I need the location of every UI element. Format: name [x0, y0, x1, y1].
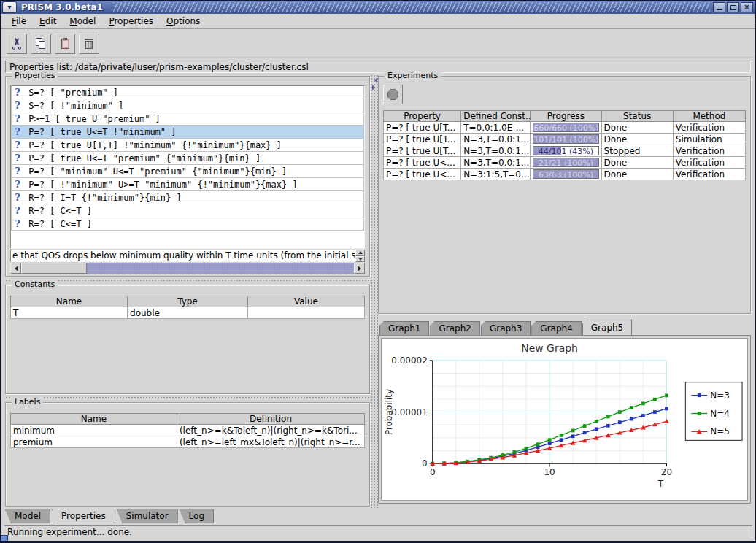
marker-N=4: [665, 394, 668, 398]
table-row[interactable]: premium(left_n>=left_mx&Toleft_n)|(right…: [11, 436, 365, 448]
titlebar-stripes[interactable]: [113, 2, 710, 12]
spinner-down-button[interactable]: [355, 256, 365, 263]
experiment-chart: 0102000.000010.00002New GraphTProbabilit…: [382, 339, 747, 500]
labels-group-title: Labels: [12, 397, 43, 407]
menu-model[interactable]: Model: [63, 14, 102, 28]
property-text: R=? [ C<=T ]: [23, 206, 92, 216]
marker-N=3: [630, 417, 633, 421]
left-splitter-1[interactable]: [5, 279, 370, 282]
experiment-method: Verification: [673, 157, 745, 169]
property-row[interactable]: ? P=? [ true U<=T "premium" {"minimum"}{…: [11, 151, 364, 165]
left-splitter-2[interactable]: [5, 396, 370, 400]
experiment-row[interactable]: P=? [ true U[T...T=0.0:1.0E-...660/660 (…: [384, 122, 746, 134]
experiment-property: P=? [ true U[T...: [384, 145, 461, 157]
marker-N=4: [560, 434, 563, 437]
property-text: P=? [ true U<=T !"minimum" ]: [23, 127, 177, 137]
table-row[interactable]: Tdouble: [11, 307, 365, 319]
experiment-row[interactable]: P=? [ true U[T...N=3,T=0.0:1...101/101 (…: [384, 134, 746, 145]
column-header[interactable]: Progress: [531, 111, 601, 122]
property-row[interactable]: ? S=? [ !"minimum" ]: [11, 99, 364, 112]
close-button[interactable]: ×: [741, 2, 753, 12]
x-tick-label: 10: [544, 467, 555, 477]
question-icon: ?: [12, 113, 23, 124]
menu-properties[interactable]: Properties: [102, 14, 160, 28]
column-header[interactable]: Name: [11, 414, 177, 425]
property-row[interactable]: ? R=? [ C<=T ]: [11, 204, 364, 217]
question-icon: ?: [12, 192, 23, 203]
spinner-up-button[interactable]: [355, 250, 365, 256]
tab-graph2[interactable]: Graph2: [430, 321, 479, 335]
column-header[interactable]: Method: [673, 111, 745, 122]
experiment-progress: 44/101 (43%): [531, 145, 601, 157]
column-header[interactable]: Definition: [177, 414, 364, 425]
window-resize-corner[interactable]: [1, 535, 8, 541]
experiments-table: PropertyDefined Const...ProgressStatusMe…: [383, 110, 746, 180]
scroll-right-button[interactable]: [354, 263, 365, 274]
chevron-down-icon: ▾: [7, 4, 11, 11]
cut-button[interactable]: [7, 34, 27, 54]
experiment-row[interactable]: P=? [ true U<...N=3:1:5,T=0...63/63 (100…: [384, 169, 746, 180]
experiment-method: Simulation: [673, 134, 745, 145]
close-icon: ×: [744, 4, 749, 11]
column-header[interactable]: Name: [11, 296, 128, 307]
property-row[interactable]: ? R=? [ I=T {!"minimum"}{min} ]: [11, 190, 364, 204]
window-menu-button[interactable]: ▾: [2, 1, 17, 13]
marker-N=4: [571, 429, 575, 433]
splitter-collapse-left-icon[interactable]: [371, 77, 377, 83]
experiment-progress: 63/63 (100%): [531, 169, 601, 180]
experiment-defined-constants: N=3,T=0.0:1...: [461, 134, 531, 145]
x-tick-label: 20: [661, 467, 672, 477]
scrollbar-track[interactable]: [87, 263, 354, 274]
delete-icon: [83, 38, 95, 50]
main-vertical-splitter[interactable]: [370, 74, 378, 508]
stop-experiment-button[interactable]: [383, 85, 403, 104]
property-row[interactable]: ? P=? [ true U<=T !"minimum" ]: [11, 125, 364, 139]
delete-button[interactable]: [79, 34, 99, 54]
marker-N=3: [595, 427, 598, 431]
progress-bar: 101/101 (100%): [533, 134, 598, 144]
property-row[interactable]: ? P>=1 [ true U "premium" ]: [11, 112, 364, 126]
menu-options[interactable]: Options: [160, 14, 207, 28]
property-row[interactable]: ? P=? [ true U[T,T] !"minimum" {!"minimu…: [11, 138, 364, 152]
tab-graph1[interactable]: Graph1: [379, 321, 429, 335]
table-cell: minimum: [11, 425, 177, 436]
tab-properties[interactable]: Properties: [52, 509, 115, 523]
marker-N=4: [653, 398, 657, 401]
tab-graph4[interactable]: Graph4: [531, 321, 581, 335]
question-icon: ?: [12, 205, 23, 216]
scroll-left-button[interactable]: [10, 263, 21, 274]
property-row[interactable]: ? P=? [ "minimum" U<=T "premium" {"minim…: [11, 164, 364, 178]
menu-edit[interactable]: Edit: [33, 14, 63, 28]
experiment-row[interactable]: P=? [ true U<...N=3,T=0.0:1...21/21 (100…: [384, 157, 746, 169]
splitter-collapse-right-icon[interactable]: [372, 85, 378, 90]
menu-file[interactable]: File: [5, 14, 33, 28]
property-row[interactable]: ? R=? [ C<=T ]: [11, 217, 364, 231]
column-header[interactable]: Type: [128, 296, 248, 307]
scrollbar-thumb[interactable]: [21, 263, 87, 274]
copy-button[interactable]: [31, 34, 51, 54]
tab-graph3[interactable]: Graph3: [481, 321, 531, 335]
maximize-button[interactable]: [727, 2, 739, 12]
tab-graph5[interactable]: Graph5: [582, 320, 632, 335]
constants-group-title: Constants: [12, 280, 58, 290]
tab-model[interactable]: Model: [5, 509, 50, 523]
tab-log[interactable]: Log: [180, 509, 214, 523]
constants-table: NameTypeValueTdouble: [10, 296, 365, 319]
column-header[interactable]: Property: [384, 111, 461, 122]
property-row[interactable]: ? S=? [ "premium" ]: [11, 85, 364, 99]
experiment-row[interactable]: P=? [ true U[T...N=3,T=0.0:1...44/101 (4…: [384, 145, 746, 157]
column-header[interactable]: Value: [247, 296, 364, 307]
paste-button[interactable]: [55, 34, 75, 54]
table-row[interactable]: minimum(left_n>=k&Toleft_n)|(right_n>=k&…: [11, 425, 365, 436]
marker-N=4: [641, 401, 645, 405]
tab-simulator[interactable]: Simulator: [117, 509, 178, 523]
column-header[interactable]: Status: [601, 111, 673, 122]
right-arrow-icon: [358, 266, 364, 272]
marker-N=4: [548, 438, 552, 442]
progress-bar: 44/101 (43%): [533, 146, 598, 155]
property-comment-field[interactable]: e that QOS drops below minimum quality w…: [10, 250, 355, 262]
chart-panel[interactable]: 0102000.000010.00002New GraphTProbabilit…: [381, 338, 748, 501]
column-header[interactable]: Defined Const...: [461, 111, 531, 122]
minimize-button[interactable]: [713, 2, 725, 12]
property-row[interactable]: ? P=? [ !"minimum" U>=T "minimum" {!"min…: [11, 177, 364, 191]
